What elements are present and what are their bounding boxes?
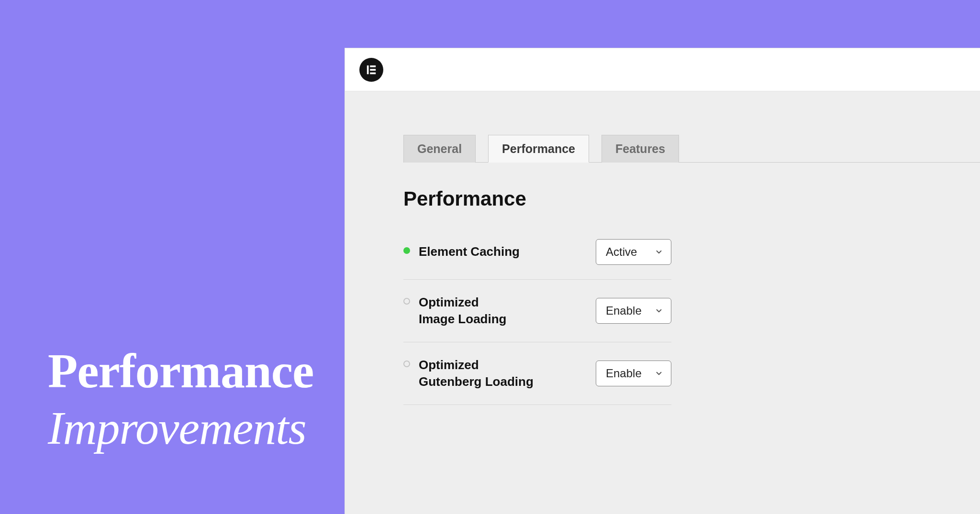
tab-label: Features <box>615 142 665 156</box>
hero-line-1: Performance <box>48 345 313 396</box>
tab-label: Performance <box>502 142 575 156</box>
status-dot-icon <box>403 298 410 305</box>
svg-rect-0 <box>367 65 369 74</box>
select-value: Enable <box>606 367 642 380</box>
setting-row-left: Element Caching <box>403 243 520 260</box>
setting-label: OptimizedImage Loading <box>419 294 506 328</box>
settings-panel: GeneralPerformanceFeatures Performance E… <box>345 48 980 514</box>
section-title: Performance <box>403 187 980 210</box>
panel-content: GeneralPerformanceFeatures Performance E… <box>345 91 980 514</box>
settings-list: Element CachingActiveOptimizedImage Load… <box>403 230 671 405</box>
tab-label: General <box>417 142 462 156</box>
setting-select[interactable]: Enable <box>596 298 671 324</box>
tabs-bar: GeneralPerformanceFeatures <box>403 134 980 163</box>
status-dot-icon <box>403 247 410 254</box>
setting-row: OptimizedGutenberg LoadingEnable <box>403 342 671 405</box>
elementor-logo-icon <box>359 58 383 82</box>
svg-rect-1 <box>370 65 376 67</box>
svg-rect-2 <box>370 69 376 71</box>
setting-row-left: OptimizedGutenberg Loading <box>403 357 534 390</box>
chevron-down-icon <box>655 248 663 256</box>
chevron-down-icon <box>655 306 663 315</box>
setting-label: Element Caching <box>419 243 520 260</box>
select-value: Enable <box>606 304 642 317</box>
tab-general[interactable]: General <box>403 135 476 163</box>
setting-row: Element CachingActive <box>403 230 671 280</box>
status-dot-icon <box>403 361 410 367</box>
setting-select[interactable]: Active <box>596 239 671 265</box>
chevron-down-icon <box>655 369 663 378</box>
setting-select[interactable]: Enable <box>596 361 671 386</box>
svg-rect-3 <box>370 72 376 74</box>
tab-features[interactable]: Features <box>601 135 679 163</box>
panel-topbar <box>345 48 980 91</box>
hero-title: Performance Improvements <box>48 345 313 457</box>
setting-label: OptimizedGutenberg Loading <box>419 357 534 390</box>
setting-row-left: OptimizedImage Loading <box>403 294 506 328</box>
select-value: Active <box>606 245 637 259</box>
page-root: Performance Improvements GeneralPerforma… <box>0 0 980 514</box>
hero-line-2: Improvements <box>48 400 313 457</box>
tab-performance[interactable]: Performance <box>488 135 589 163</box>
setting-row: OptimizedImage LoadingEnable <box>403 280 671 342</box>
